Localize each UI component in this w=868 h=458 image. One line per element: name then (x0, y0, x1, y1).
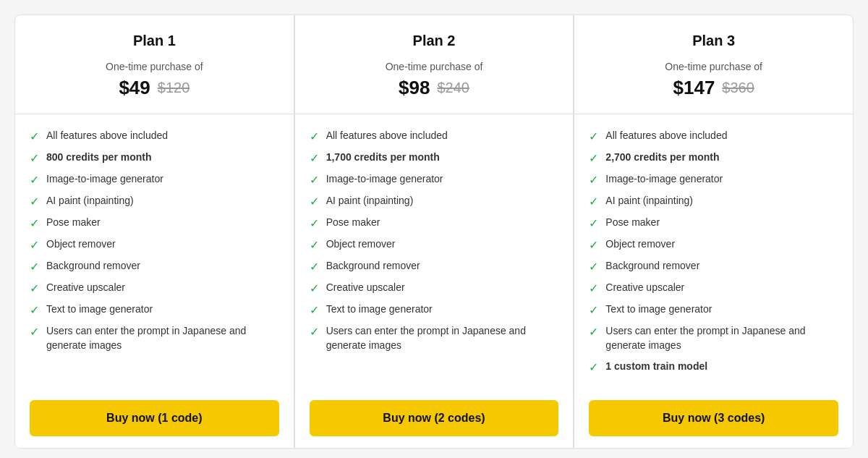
check-icon: ✓ (310, 325, 319, 339)
feature-item: ✓Object remover (30, 237, 279, 252)
plan-features-2: ✓All features above included✓1,700 credi… (295, 114, 574, 389)
feature-item: ✓Object remover (310, 237, 559, 252)
feature-text: AI paint (inpainting) (605, 194, 693, 208)
plan-features-3: ✓All features above included✓2,700 credi… (574, 114, 853, 389)
feature-item: ✓Image-to-image generator (310, 172, 559, 187)
plan-title-1: Plan 1 (30, 33, 279, 49)
check-icon: ✓ (30, 151, 39, 165)
feature-item: ✓Image-to-image generator (30, 172, 279, 187)
check-icon: ✓ (310, 130, 319, 143)
feature-text: Users can enter the prompt in Japanese a… (326, 324, 559, 352)
plan-header-3: Plan 3One-time purchase of$147$360 (574, 15, 853, 114)
check-icon: ✓ (589, 216, 598, 230)
feature-text: Text to image generator (46, 302, 153, 317)
feature-item: ✓Users can enter the prompt in Japanese … (30, 324, 279, 352)
plan-title-2: Plan 2 (310, 33, 559, 49)
check-icon: ✓ (310, 303, 319, 317)
feature-text: Background remover (326, 259, 420, 273)
feature-text: Image-to-image generator (46, 172, 163, 187)
feature-item: ✓Pose maker (30, 216, 279, 230)
plan-footer-2: Buy now (2 codes) (295, 389, 574, 448)
feature-text: Creative upscaler (46, 281, 125, 295)
check-icon: ✓ (30, 195, 39, 208)
plan-features-1: ✓All features above included✓800 credits… (15, 114, 294, 389)
feature-text: 1,700 credits per month (326, 150, 440, 165)
check-icon: ✓ (30, 325, 39, 339)
feature-item: ✓Image-to-image generator (589, 172, 838, 187)
feature-text: Background remover (46, 259, 140, 273)
feature-text: AI paint (inpainting) (46, 194, 134, 208)
feature-item: ✓Creative upscaler (589, 281, 838, 295)
check-icon: ✓ (310, 238, 319, 252)
feature-item: ✓Users can enter the prompt in Japanese … (589, 324, 838, 352)
feature-item: ✓1,700 credits per month (310, 150, 559, 165)
buy-button-3[interactable]: Buy now (3 codes) (589, 400, 838, 436)
feature-text: Users can enter the prompt in Japanese a… (46, 324, 279, 352)
plan-price-current-1: $49 (119, 77, 150, 99)
plan-purchase-label-2: One-time purchase of (310, 61, 559, 72)
plan-price-current-2: $98 (399, 77, 430, 99)
check-icon: ✓ (310, 195, 319, 208)
check-icon: ✓ (30, 303, 39, 317)
feature-text: Background remover (605, 259, 699, 273)
check-icon: ✓ (30, 130, 39, 143)
feature-item: ✓All features above included (310, 129, 559, 143)
feature-item: ✓AI paint (inpainting) (30, 194, 279, 208)
plan-price-current-3: $147 (673, 77, 715, 99)
feature-text: 1 custom train model (605, 360, 707, 374)
check-icon: ✓ (589, 195, 598, 208)
check-icon: ✓ (589, 173, 598, 187)
plan-price-original-3: $360 (722, 80, 754, 96)
plan-purchase-label-1: One-time purchase of (30, 61, 279, 72)
feature-text: Image-to-image generator (326, 172, 443, 187)
feature-text: Creative upscaler (605, 281, 684, 295)
check-icon: ✓ (589, 360, 598, 374)
buy-button-1[interactable]: Buy now (1 code) (30, 400, 279, 436)
feature-item: ✓AI paint (inpainting) (589, 194, 838, 208)
plan-price-original-1: $120 (158, 80, 190, 96)
feature-item: ✓Background remover (30, 259, 279, 273)
plan-purchase-label-3: One-time purchase of (589, 61, 838, 72)
plans-container: Plan 1One-time purchase of$49$120✓All fe… (14, 14, 854, 449)
feature-item: ✓All features above included (30, 129, 279, 143)
feature-text: Image-to-image generator (605, 172, 723, 187)
feature-item: ✓1 custom train model (589, 360, 838, 374)
feature-text: Object remover (605, 237, 675, 252)
feature-text: AI paint (inpainting) (326, 194, 414, 208)
plan-footer-3: Buy now (3 codes) (574, 389, 853, 448)
feature-item: ✓Background remover (589, 259, 838, 273)
check-icon: ✓ (30, 238, 39, 252)
plan-price-original-2: $240 (437, 80, 469, 96)
feature-text: All features above included (326, 129, 448, 143)
plan-card-1: Plan 1One-time purchase of$49$120✓All fe… (14, 14, 294, 449)
feature-text: Text to image generator (326, 302, 433, 317)
feature-text: 2,700 credits per month (605, 150, 719, 165)
check-icon: ✓ (589, 260, 598, 273)
plan-footer-1: Buy now (1 code) (15, 389, 294, 448)
check-icon: ✓ (589, 281, 598, 295)
feature-item: ✓Pose maker (589, 216, 838, 230)
feature-item: ✓Background remover (310, 259, 559, 273)
check-icon: ✓ (589, 303, 598, 317)
feature-text: Pose maker (326, 216, 380, 230)
feature-text: Pose maker (46, 216, 101, 230)
plan-header-2: Plan 2One-time purchase of$98$240 (295, 15, 574, 114)
feature-item: ✓AI paint (inpainting) (310, 194, 559, 208)
check-icon: ✓ (30, 281, 39, 295)
check-icon: ✓ (589, 238, 598, 252)
check-icon: ✓ (30, 260, 39, 273)
check-icon: ✓ (310, 216, 319, 230)
plan-pricing-1: $49$120 (30, 77, 279, 99)
feature-text: Object remover (326, 237, 396, 252)
feature-item: ✓Text to image generator (30, 302, 279, 317)
check-icon: ✓ (310, 260, 319, 273)
check-icon: ✓ (30, 216, 39, 230)
feature-item: ✓Text to image generator (589, 302, 838, 317)
feature-item: ✓800 credits per month (30, 150, 279, 165)
feature-text: Pose maker (605, 216, 660, 230)
feature-text: 800 credits per month (46, 150, 152, 165)
plan-header-1: Plan 1One-time purchase of$49$120 (15, 15, 294, 114)
buy-button-2[interactable]: Buy now (2 codes) (310, 400, 559, 436)
plan-title-3: Plan 3 (589, 33, 838, 49)
check-icon: ✓ (30, 173, 39, 187)
